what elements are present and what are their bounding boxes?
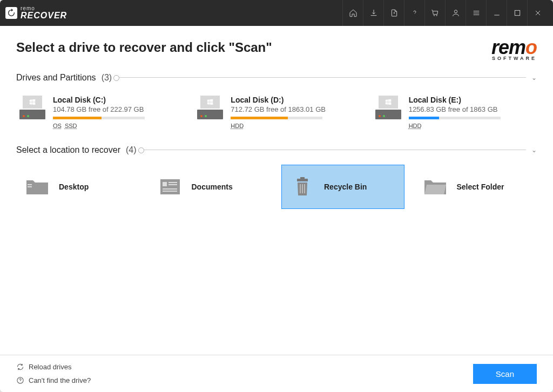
drive-name: Local Disk (C:)	[53, 96, 178, 104]
open-folder-icon	[423, 177, 447, 197]
brand-accent: o	[525, 36, 537, 58]
drive-tags: HDD	[409, 123, 425, 129]
drives-section: Drives and Partitions (3) ⌄ Local Disk (…	[16, 73, 537, 133]
export-button[interactable]	[383, 0, 404, 26]
drive-usage-bar	[53, 117, 145, 119]
question-icon	[16, 376, 24, 384]
svg-rect-11	[300, 177, 305, 179]
account-button[interactable]	[445, 0, 466, 26]
drives-section-label: Drives and Partitions	[16, 73, 96, 83]
svg-rect-8	[163, 188, 177, 190]
svg-rect-4	[160, 179, 180, 194]
drive-name: Local Disk (D:)	[231, 96, 355, 104]
menu-button[interactable]	[466, 0, 486, 26]
drive-free-text: 712.72 GB free of 1863.01 GB	[231, 105, 355, 113]
titlebar-product-text: RECOVER	[21, 11, 67, 20]
drive-free-text: 1256.83 GB free of 1863 GB	[409, 105, 534, 113]
svg-rect-10	[297, 179, 308, 181]
scan-button[interactable]: Scan	[473, 364, 537, 384]
main-content: Select a drive to recover and click "Sca…	[0, 26, 553, 355]
drive-free-text: 104.78 GB free of 222.97 GB	[53, 105, 178, 113]
close-button[interactable]	[527, 0, 548, 26]
titlebar: remo RECOVER	[0, 0, 553, 26]
drive-item[interactable]: Local Disk (E:)1256.83 GB free of 1863 G…	[372, 92, 537, 133]
cart-button[interactable]	[424, 0, 445, 26]
locations-section: Select a location to recover (4) ⌄ Deskt…	[16, 145, 537, 209]
svg-rect-14	[304, 184, 305, 193]
reload-icon	[16, 363, 24, 371]
drives-count: (3)	[102, 73, 112, 83]
help-label: Can't find the drive?	[29, 376, 91, 384]
svg-rect-13	[302, 184, 303, 193]
svg-rect-7	[168, 184, 177, 185]
drive-icon	[19, 96, 45, 119]
brand-sub: SOFTWARE	[491, 56, 537, 61]
brand-logo: remo SOFTWARE	[491, 40, 537, 61]
brand-main: rem	[491, 36, 525, 58]
drive-icon	[375, 96, 401, 119]
reload-label: Reload drives	[29, 363, 72, 371]
svg-rect-6	[168, 182, 177, 183]
locations-section-label: Select a location to recover	[16, 145, 120, 155]
location-item-desktop[interactable]: Desktop	[16, 165, 139, 209]
reload-drives-link[interactable]: Reload drives	[16, 363, 91, 371]
svg-point-0	[454, 10, 457, 13]
locations-count: (4)	[126, 145, 137, 155]
drive-tags: OSSSD	[53, 123, 80, 129]
svg-rect-5	[163, 182, 167, 186]
download-button[interactable]	[363, 0, 383, 26]
svg-rect-3	[28, 186, 32, 187]
drive-item[interactable]: Local Disk (C:)104.78 GB free of 222.97 …	[16, 92, 181, 133]
svg-rect-9	[163, 191, 177, 192]
location-label: Desktop	[59, 183, 89, 191]
location-label: Documents	[192, 183, 233, 191]
collapse-icon[interactable]: ⌄	[531, 74, 537, 82]
drive-icon	[197, 96, 223, 119]
divider	[117, 77, 526, 78]
folder-icon	[25, 177, 49, 197]
location-label: Recycle Bin	[324, 183, 367, 191]
collapse-icon[interactable]: ⌄	[531, 146, 537, 154]
location-item-recycle-bin[interactable]: Recycle Bin	[281, 165, 404, 209]
documents-icon	[158, 177, 182, 197]
footer: Reload drives Can't find the drive? Scan	[0, 355, 553, 392]
drive-name: Local Disk (E:)	[409, 96, 534, 104]
app-logo: remo RECOVER	[5, 6, 67, 20]
drive-tags: HDD	[231, 123, 247, 129]
svg-rect-2	[28, 184, 32, 185]
drive-usage-bar	[231, 117, 322, 119]
location-item-documents[interactable]: Documents	[149, 165, 272, 209]
drive-usage-bar	[409, 117, 501, 119]
drive-item[interactable]: Local Disk (D:)712.72 GB free of 1863.01…	[194, 92, 359, 133]
help-link[interactable]: Can't find the drive?	[16, 376, 91, 384]
svg-rect-1	[515, 10, 520, 15]
trash-icon	[291, 177, 314, 197]
location-label: Select Folder	[457, 183, 504, 191]
recover-icon	[5, 7, 17, 19]
location-item-select-folder[interactable]: Select Folder	[414, 165, 537, 209]
minimize-button[interactable]	[486, 0, 507, 26]
home-button[interactable]	[342, 0, 363, 26]
help-button[interactable]	[404, 0, 424, 26]
app-window: remo RECOVER Select a drive to recover a…	[0, 0, 553, 392]
page-title: Select a drive to recover and click "Sca…	[16, 40, 272, 55]
maximize-button[interactable]	[507, 0, 527, 26]
svg-rect-12	[300, 184, 301, 193]
divider	[142, 150, 526, 150]
